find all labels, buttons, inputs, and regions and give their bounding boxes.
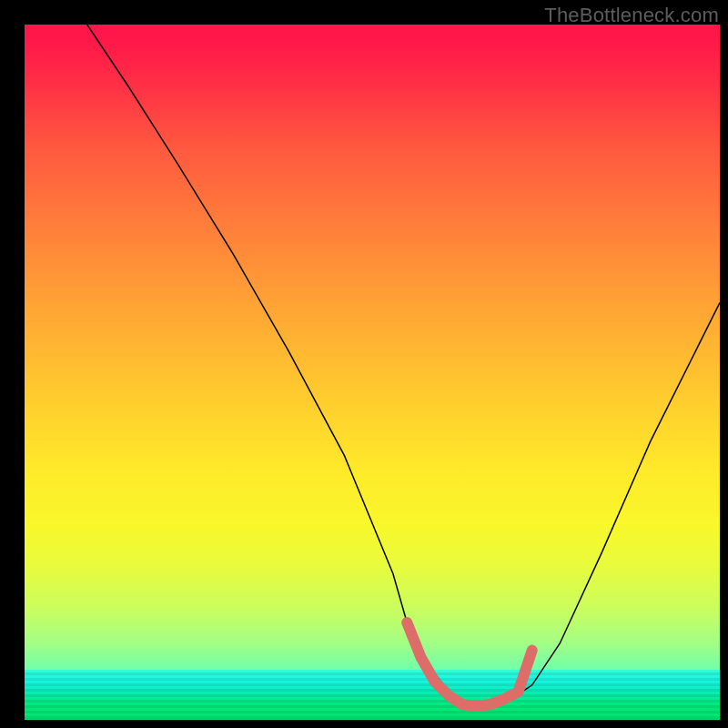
plot-area [25, 25, 720, 720]
bottleneck-curve [87, 25, 720, 706]
curve-layer [25, 25, 720, 720]
valley-highlight [407, 622, 532, 706]
watermark-text: TheBottleneck.com [544, 4, 719, 27]
chart-frame: TheBottleneck.com [0, 0, 728, 728]
